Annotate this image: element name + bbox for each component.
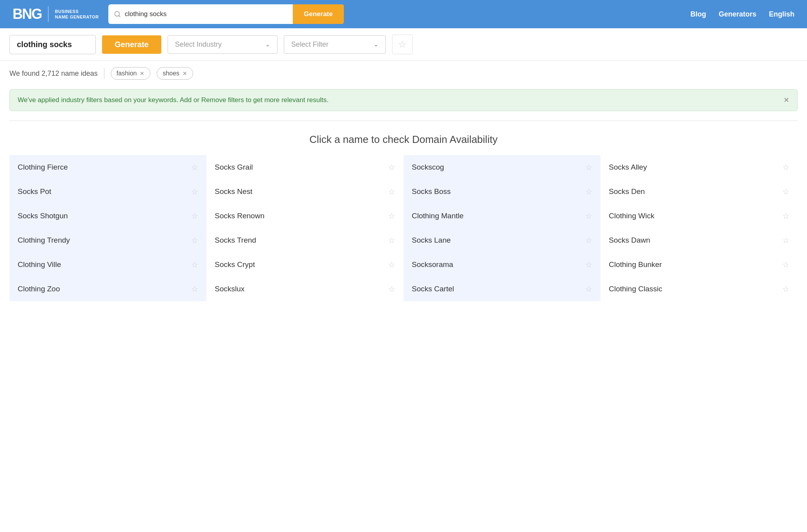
logo-text: BUSINESS NAME GENERATOR bbox=[55, 9, 99, 20]
header-search-input-wrap bbox=[108, 4, 293, 24]
header-generate-button[interactable]: Generate bbox=[293, 4, 344, 24]
name-item-label: Socks Den bbox=[609, 187, 645, 196]
name-item-label: Clothing Trendy bbox=[18, 236, 70, 245]
name-item[interactable]: Sockslux☆ bbox=[206, 277, 404, 301]
name-item[interactable]: Socks Boss☆ bbox=[404, 179, 601, 204]
nav-generators[interactable]: Generators bbox=[719, 10, 756, 18]
filter-divider bbox=[104, 68, 104, 79]
toolbar-search-input[interactable] bbox=[9, 35, 96, 54]
name-item[interactable]: Socks Lane☆ bbox=[404, 228, 601, 252]
name-item-favorite[interactable]: ☆ bbox=[585, 211, 592, 221]
name-item[interactable]: Socks Grail☆ bbox=[206, 155, 404, 179]
name-item-favorite[interactable]: ☆ bbox=[782, 163, 789, 172]
logo-divider bbox=[48, 6, 49, 22]
name-item[interactable]: Socks Pot☆ bbox=[9, 179, 206, 204]
name-item[interactable]: Socks Alley☆ bbox=[601, 155, 798, 179]
name-item-favorite[interactable]: ☆ bbox=[388, 236, 395, 245]
name-item-favorite[interactable]: ☆ bbox=[191, 187, 198, 196]
name-item[interactable]: Socks Dawn☆ bbox=[601, 228, 798, 252]
name-item[interactable]: Socks Cartel☆ bbox=[404, 277, 601, 301]
svg-line-1 bbox=[119, 15, 120, 16]
name-item-label: Socks Renown bbox=[215, 212, 265, 220]
header-search-bar: Generate bbox=[108, 4, 344, 24]
name-item-favorite[interactable]: ☆ bbox=[782, 284, 789, 294]
name-item-label: Clothing Classic bbox=[609, 285, 662, 293]
name-item-label: Clothing Mantle bbox=[412, 212, 464, 220]
toolbar-generate-button[interactable]: Generate bbox=[102, 35, 161, 54]
name-item-favorite[interactable]: ☆ bbox=[782, 260, 789, 269]
name-item[interactable]: Socksorama☆ bbox=[404, 252, 601, 277]
filter-dropdown[interactable]: Select Filter ⌄ bbox=[284, 35, 386, 54]
name-item-label: Clothing Ville bbox=[18, 260, 61, 269]
name-item-favorite[interactable]: ☆ bbox=[388, 260, 395, 269]
toolbar: Generate Select Industry ⌄ Select Filter… bbox=[0, 28, 807, 61]
header-nav: Blog Generators English bbox=[690, 10, 794, 18]
name-item-label: Socks Dawn bbox=[609, 236, 650, 245]
name-item-favorite[interactable]: ☆ bbox=[782, 187, 789, 196]
name-item-label: Clothing Wick bbox=[609, 212, 654, 220]
nav-blog[interactable]: Blog bbox=[690, 10, 706, 18]
name-item[interactable]: Sockscog☆ bbox=[404, 155, 601, 179]
name-item-label: Socks Grail bbox=[215, 163, 253, 172]
name-item[interactable]: Socks Nest☆ bbox=[206, 179, 404, 204]
info-banner-text: We've applied industry filters based on … bbox=[18, 96, 329, 104]
industry-dropdown[interactable]: Select Industry ⌄ bbox=[168, 35, 278, 54]
name-item[interactable]: Clothing Bunker☆ bbox=[601, 252, 798, 277]
name-item-favorite[interactable]: ☆ bbox=[191, 236, 198, 245]
name-item-label: Clothing Bunker bbox=[609, 260, 662, 269]
header-search-input[interactable] bbox=[125, 10, 287, 18]
filter-tag-shoes[interactable]: shoes ✕ bbox=[157, 67, 193, 80]
name-item-favorite[interactable]: ☆ bbox=[388, 163, 395, 172]
name-item[interactable]: Clothing Ville☆ bbox=[9, 252, 206, 277]
name-item[interactable]: Socks Shotgun☆ bbox=[9, 204, 206, 228]
name-item-favorite[interactable]: ☆ bbox=[782, 236, 789, 245]
info-banner-close[interactable]: ✕ bbox=[783, 96, 789, 104]
favorites-button[interactable]: ☆ bbox=[392, 35, 413, 54]
domain-availability-heading: Click a name to check Domain Availabilit… bbox=[9, 133, 798, 146]
site-header: BNG BUSINESS NAME GENERATOR Generate Blo… bbox=[0, 0, 807, 28]
name-item-favorite[interactable]: ☆ bbox=[585, 284, 592, 294]
name-item-label: Clothing Fierce bbox=[18, 163, 68, 172]
name-item-label: Socks Lane bbox=[412, 236, 451, 245]
name-item[interactable]: Clothing Trendy☆ bbox=[9, 228, 206, 252]
nav-language[interactable]: English bbox=[769, 10, 794, 18]
name-item-favorite[interactable]: ☆ bbox=[585, 260, 592, 269]
section-divider bbox=[9, 121, 798, 121]
name-item[interactable]: Clothing Fierce☆ bbox=[9, 155, 206, 179]
name-item[interactable]: Clothing Zoo☆ bbox=[9, 277, 206, 301]
name-item-favorite[interactable]: ☆ bbox=[388, 187, 395, 196]
filter-tag-shoes-remove[interactable]: ✕ bbox=[183, 70, 187, 77]
name-item-label: Clothing Zoo bbox=[18, 285, 60, 293]
filter-tag-fashion-label: fashion bbox=[117, 70, 137, 77]
name-item-label: Socks Pot bbox=[18, 187, 51, 196]
name-item[interactable]: Clothing Wick☆ bbox=[601, 204, 798, 228]
name-item[interactable]: Socks Den☆ bbox=[601, 179, 798, 204]
name-item[interactable]: Clothing Classic☆ bbox=[601, 277, 798, 301]
name-item-favorite[interactable]: ☆ bbox=[388, 284, 395, 294]
name-item-favorite[interactable]: ☆ bbox=[585, 187, 592, 196]
logo[interactable]: BNG BUSINESS NAME GENERATOR bbox=[13, 6, 99, 22]
chevron-down-icon: ⌄ bbox=[265, 41, 270, 48]
name-item-favorite[interactable]: ☆ bbox=[191, 163, 198, 172]
name-item-label: Socks Shotgun bbox=[18, 212, 68, 220]
filter-tag-fashion[interactable]: fashion ✕ bbox=[111, 67, 151, 80]
filter-bar: We found 2,712 name ideas fashion ✕ shoe… bbox=[0, 61, 807, 86]
name-item-favorite[interactable]: ☆ bbox=[191, 260, 198, 269]
name-item-favorite[interactable]: ☆ bbox=[585, 163, 592, 172]
name-item[interactable]: Clothing Mantle☆ bbox=[404, 204, 601, 228]
name-item-label: Socks Crypt bbox=[215, 260, 255, 269]
name-item-favorite[interactable]: ☆ bbox=[388, 211, 395, 221]
name-item-favorite[interactable]: ☆ bbox=[585, 236, 592, 245]
name-item[interactable]: Socks Trend☆ bbox=[206, 228, 404, 252]
name-item[interactable]: Socks Renown☆ bbox=[206, 204, 404, 228]
filter-dropdown-label: Select Filter bbox=[291, 40, 329, 49]
logo-bng: BNG bbox=[13, 7, 42, 21]
name-item-favorite[interactable]: ☆ bbox=[191, 211, 198, 221]
info-banner: We've applied industry filters based on … bbox=[9, 89, 798, 111]
name-item-label: Sockscog bbox=[412, 163, 444, 172]
name-item-favorite[interactable]: ☆ bbox=[191, 284, 198, 294]
filter-tag-fashion-remove[interactable]: ✕ bbox=[140, 70, 144, 77]
name-item-label: Socks Boss bbox=[412, 187, 451, 196]
name-item[interactable]: Socks Crypt☆ bbox=[206, 252, 404, 277]
name-item-favorite[interactable]: ☆ bbox=[782, 211, 789, 221]
